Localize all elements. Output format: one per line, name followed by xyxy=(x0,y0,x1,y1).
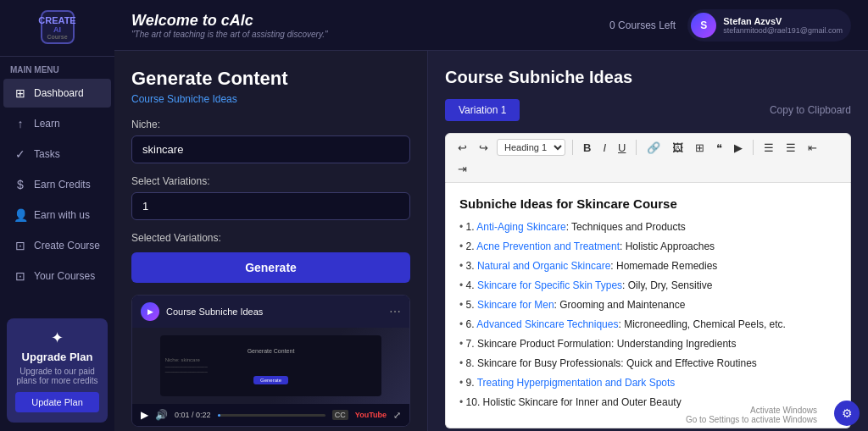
toolbar-image[interactable]: 🖼 xyxy=(669,140,687,156)
copy-clipboard-button[interactable]: Copy to Clipboard xyxy=(770,104,851,116)
video-preview: ▶ Course Subniche Ideas ⋯ Generate Conte… xyxy=(131,295,410,427)
list-item: 3. Natural and Organic Skincare: Homemad… xyxy=(459,258,837,274)
upgrade-plan-card: ✦ Upgrade Plan Upgrade to our paid plans… xyxy=(7,318,108,423)
topbar-right: 0 Courses Left S Stefan AzvsV stefanmito… xyxy=(609,9,851,41)
video-youtube-label: YouTube xyxy=(355,411,387,419)
right-panel: Course Subniche Ideas Variation 1 Copy t… xyxy=(428,51,868,431)
left-panel: Generate Content Course Subniche Ideas N… xyxy=(114,51,428,431)
upgrade-description: Upgrade to our paid plans for more credi… xyxy=(15,367,99,385)
tasks-icon: ✓ xyxy=(14,147,27,161)
video-time: 0:01 / 0:22 xyxy=(175,411,211,419)
selected-variations-label: Selected Variations: xyxy=(131,232,410,244)
earn-credits-icon: $ xyxy=(14,178,27,191)
item-2-link[interactable]: Acne Prevention and Treatment xyxy=(476,240,620,252)
variation-tab-1[interactable]: Variation 1 xyxy=(445,99,520,121)
video-thumbnail: Generate Content Niche: skincare _______… xyxy=(132,328,409,404)
video-cc-button[interactable]: CC xyxy=(332,410,348,420)
list-item: 7. Skincare Product Formulation: Underst… xyxy=(459,336,837,351)
toolbar-numbered-list[interactable]: ☰ xyxy=(782,140,799,156)
content-area: Generate Content Course Subniche Ideas N… xyxy=(114,51,868,431)
video-thumb-inner: Generate Content Niche: skincare _______… xyxy=(160,335,382,396)
sidebar-item-create-course[interactable]: ⊡ Create Course xyxy=(3,231,111,260)
toolbar-indent-increase[interactable]: ⇥ xyxy=(454,161,470,177)
editor-content[interactable]: Subniche Ideas for Skincare Course 1. An… xyxy=(445,183,851,428)
activate-windows-line2: Go to Settings to activate Windows xyxy=(686,415,817,424)
video-fullscreen-icon[interactable]: ⤢ xyxy=(393,410,401,421)
item-4-link[interactable]: Skincare for Specific Skin Types xyxy=(477,279,622,291)
user-avatar: S xyxy=(691,13,716,38)
sidebar-item-tasks[interactable]: ✓ Tasks xyxy=(3,140,111,169)
topbar-subtitle: "The art of teaching is the art of assis… xyxy=(131,30,327,39)
video-options-icon[interactable]: ⋯ xyxy=(389,305,401,318)
item-9-link[interactable]: Treating Hyperpigmentation and Dark Spot… xyxy=(477,377,676,389)
toolbar-link[interactable]: 🔗 xyxy=(643,140,664,156)
editor-toolbar: ↩ ↪ Heading 1 B I U 🔗 🖼 ⊞ ❝ ▶ ☰ ☰ ⇤ ⇥ xyxy=(445,133,851,183)
video-progress-bar[interactable] xyxy=(218,414,326,417)
logo-icon: CREATE AI Course xyxy=(41,10,75,44)
list-item: 5. Skincare for Men: Grooming and Mainte… xyxy=(459,297,837,312)
logo-create: CREATE xyxy=(38,15,75,25)
video-play-button[interactable]: ▶ xyxy=(141,409,148,421)
sidebar-item-create-course-label: Create Course xyxy=(34,240,100,251)
list-item: 8. Skincare for Busy Professionals: Quic… xyxy=(459,356,837,371)
sidebar-item-tasks-label: Tasks xyxy=(34,148,60,160)
variations-select[interactable]: 1 2 3 xyxy=(131,192,410,220)
toolbar-italic[interactable]: I xyxy=(599,140,609,156)
upgrade-icon: ✦ xyxy=(15,329,99,347)
sidebar-item-learn[interactable]: ↑ Learn xyxy=(3,109,111,138)
sidebar-item-dashboard[interactable]: ⊞ Dashboard xyxy=(3,79,111,108)
activate-windows: Activate Windows Go to Settings to activ… xyxy=(686,406,817,424)
toolbar-undo[interactable]: ↩ xyxy=(454,140,470,156)
video-header: ▶ Course Subniche Ideas ⋯ xyxy=(132,296,409,328)
item-5-link[interactable]: Skincare for Men xyxy=(477,299,554,311)
courses-left: 0 Courses Left xyxy=(609,19,676,31)
toolbar-table[interactable]: ⊞ xyxy=(692,140,708,156)
sidebar-item-learn-label: Learn xyxy=(34,118,60,130)
main-area: Welcome to cAlc "The art of teaching is … xyxy=(114,0,868,431)
video-thumb-content: Niche: skincare _______________ ________… xyxy=(165,357,377,373)
right-panel-title: Course Subniche Ideas xyxy=(445,68,851,87)
activate-windows-line1: Activate Windows xyxy=(686,406,817,415)
niche-label: Niche: xyxy=(131,119,410,130)
toolbar-media[interactable]: ▶ xyxy=(731,140,746,156)
user-initials: S xyxy=(700,19,707,31)
item-3-link[interactable]: Natural and Organic Skincare xyxy=(477,260,610,272)
earn-with-us-icon: 👤 xyxy=(14,208,27,222)
video-volume-icon[interactable]: 🔊 xyxy=(155,409,168,421)
grid-icon: ⊞ xyxy=(14,86,27,100)
toolbar-indent-decrease[interactable]: ⇤ xyxy=(804,140,821,156)
topbar-title: Welcome to cAlc xyxy=(131,12,327,30)
niche-input[interactable] xyxy=(131,135,410,163)
sidebar-section-label: Main Menu xyxy=(0,57,114,78)
windows-settings-icon[interactable]: ⚙ xyxy=(834,401,860,426)
list-item: 4. Skincare for Specific Skin Types: Oil… xyxy=(459,278,837,293)
sidebar-item-earn-with-us[interactable]: 👤 Earn with us xyxy=(3,201,111,229)
toolbar-bold[interactable]: B xyxy=(580,140,594,156)
video-controls: ▶ 🔊 0:01 / 0:22 CC YouTube ⤢ xyxy=(132,404,409,426)
list-item: 6. Advanced Skincare Techniques: Microne… xyxy=(459,317,837,332)
topbar: Welcome to cAlc "The art of teaching is … xyxy=(114,0,868,51)
item-6-link[interactable]: Advanced Skincare Techniques xyxy=(476,318,618,330)
toolbar-redo[interactable]: ↪ xyxy=(476,140,492,156)
user-email: stefanmitood@rael191@gmail.com xyxy=(723,26,843,35)
list-item: 2. Acne Prevention and Treatment: Holist… xyxy=(459,239,837,254)
toolbar-bullet-list[interactable]: ☰ xyxy=(760,140,777,156)
select-variations-label: Select Variations: xyxy=(131,175,410,187)
generate-button[interactable]: Generate xyxy=(131,252,410,283)
toolbar-quote[interactable]: ❝ xyxy=(713,140,726,156)
item-1-link[interactable]: Anti-Aging Skincare xyxy=(476,221,565,233)
toolbar-heading-select[interactable]: Heading 1 xyxy=(497,139,565,156)
panel-subtitle: Course Subniche Ideas xyxy=(131,93,410,105)
sidebar-item-your-courses[interactable]: ⊡ Your Courses xyxy=(3,262,111,290)
video-icon: ▶ xyxy=(141,302,159,321)
your-courses-icon: ⊡ xyxy=(14,269,27,283)
user-info: S Stefan AzvsV stefanmitood@rael191@gmai… xyxy=(687,9,851,41)
toolbar-underline[interactable]: U xyxy=(615,140,629,156)
panel-title: Generate Content xyxy=(131,68,410,90)
logo-ai: AI xyxy=(38,25,75,34)
editor-heading: Subniche Ideas for Skincare Course xyxy=(459,196,837,211)
upgrade-button[interactable]: Update Plan xyxy=(15,392,99,412)
sidebar-item-earn-credits[interactable]: $ Earn Credits xyxy=(3,170,111,199)
video-progress-fill xyxy=(218,414,221,417)
sidebar: CREATE AI Course Main Menu ⊞ Dashboard ↑… xyxy=(0,0,114,431)
